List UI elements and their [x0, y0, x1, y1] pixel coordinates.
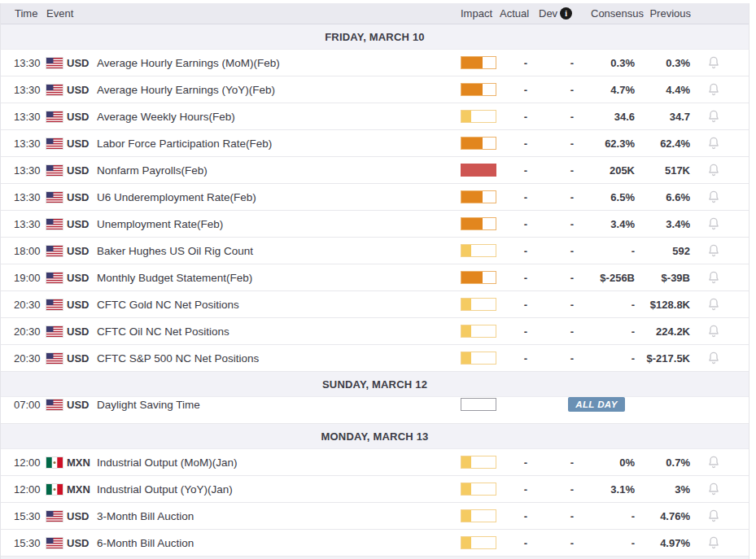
actual-value: - — [498, 456, 553, 469]
alert-bell-icon[interactable] — [695, 351, 732, 365]
event-row[interactable]: 15:30 USD 3-Month Bill Auction - - - 4.7… — [1, 503, 749, 530]
event-name[interactable]: CFTC Gold NC Net Positions — [97, 299, 459, 311]
impact-cell — [459, 509, 498, 522]
alert-bell-icon[interactable] — [695, 270, 732, 285]
country-flag-icon — [46, 165, 65, 176]
impact-cell — [459, 352, 498, 365]
event-row[interactable]: 13:30 USD Average Weekly Hours(Feb) - - … — [1, 103, 749, 130]
event-name[interactable]: Industrial Output (MoM)(Jan) — [97, 456, 459, 469]
event-name[interactable]: Average Hourly Earnings (MoM)(Feb) — [97, 57, 459, 69]
event-name[interactable]: Daylight Saving Time — [97, 399, 459, 411]
actual-value: - — [498, 84, 553, 96]
event-time: 13:30 — [1, 164, 46, 177]
event-row[interactable]: 12:00 MXN Industrial Output (YoY)(Jan) -… — [1, 476, 749, 503]
impact-meter — [461, 298, 496, 311]
event-name[interactable]: 6-Month Bill Auction — [97, 537, 459, 549]
consensus-value: 34.6 — [591, 111, 640, 123]
country-flag-icon — [46, 246, 65, 256]
actual-value: - — [498, 510, 553, 522]
info-icon[interactable]: i — [560, 7, 572, 20]
event-time: 19:00 — [1, 272, 46, 284]
actual-value: - — [498, 245, 553, 257]
column-header-dev: Dev i — [539, 7, 591, 20]
previous-value: 0.3% — [640, 57, 695, 69]
event-row[interactable]: 20:30 USD CFTC S&P 500 NC Net Positions … — [1, 345, 749, 372]
alert-bell-icon[interactable] — [695, 535, 732, 550]
event-row[interactable]: 13:30 USD Average Hourly Earnings (YoY)(… — [1, 76, 749, 103]
alert-bell-icon[interactable] — [695, 455, 732, 469]
country-flag-icon — [46, 58, 65, 68]
consensus-value: 6.5% — [591, 191, 640, 203]
actual-value: - — [498, 325, 553, 338]
event-name[interactable]: Labor Force Participation Rate(Feb) — [97, 138, 459, 150]
consensus-value: 3.1% — [591, 483, 640, 496]
impact-cell — [459, 325, 498, 338]
country-flag-icon — [46, 273, 65, 283]
country-flag-icon — [46, 400, 65, 410]
event-name[interactable]: Industrial Output (YoY)(Jan) — [97, 483, 459, 496]
previous-value: $128.8K — [640, 299, 695, 311]
impact-meter — [461, 456, 496, 469]
currency-code: USD — [65, 537, 97, 549]
previous-value: $-217.5K — [640, 352, 695, 365]
event-name[interactable]: Unemployment Rate(Feb) — [97, 218, 459, 230]
previous-value: $-39B — [640, 272, 695, 284]
event-row[interactable]: 13:30 USD Nonfarm Payrolls(Feb) - - 205K… — [1, 157, 749, 184]
country-flag-icon — [46, 192, 65, 203]
event-name[interactable]: Nonfarm Payrolls(Feb) — [97, 164, 459, 177]
event-row[interactable]: 13:30 USD Unemployment Rate(Feb) - - 3.4… — [1, 211, 749, 238]
alert-bell-icon[interactable] — [695, 82, 732, 97]
actual-value: - — [498, 57, 553, 69]
actual-value: - — [498, 537, 553, 549]
consensus-value: - — [591, 325, 640, 338]
alert-bell-icon[interactable] — [695, 297, 732, 312]
country-flag-icon — [46, 326, 65, 337]
event-name[interactable]: 3-Month Bill Auction — [97, 510, 459, 522]
alert-bell-icon[interactable] — [695, 163, 732, 177]
deviation-value: - — [553, 537, 591, 549]
event-row[interactable]: 12:00 MXN Industrial Output (MoM)(Jan) -… — [1, 449, 749, 476]
country-flag-icon — [46, 299, 65, 310]
alert-bell-icon[interactable] — [695, 324, 732, 338]
impact-meter-fill — [461, 111, 471, 122]
economic-calendar: Time Event Impact Actual Dev i Consensus… — [0, 3, 749, 559]
event-row[interactable]: 19:00 USD Monthly Budget Statement(Feb) … — [1, 264, 749, 291]
alert-bell-icon[interactable] — [695, 243, 732, 258]
column-header-consensus: Consensus — [591, 7, 640, 20]
impact-meter-fill — [461, 325, 471, 337]
event-time: 13:30 — [1, 84, 46, 96]
event-name[interactable]: Baker Hughes US Oil Rig Count — [97, 245, 459, 257]
alert-bell-icon[interactable] — [695, 55, 732, 70]
event-row[interactable]: 13:30 USD Average Hourly Earnings (MoM)(… — [1, 50, 749, 76]
alert-bell-icon[interactable] — [695, 109, 732, 124]
event-time: 13:30 — [1, 111, 46, 123]
impact-cell — [459, 244, 498, 257]
consensus-value: 62.3% — [591, 138, 640, 150]
event-row[interactable]: 13:30 USD U6 Underemployment Rate(Feb) -… — [1, 184, 749, 211]
event-name[interactable]: Average Hourly Earnings (YoY)(Feb) — [97, 84, 459, 96]
alert-bell-icon[interactable] — [695, 482, 732, 496]
event-name[interactable]: CFTC Oil NC Net Positions — [97, 325, 459, 338]
event-time: 07:00 — [1, 399, 46, 411]
consensus-value: $-256B — [591, 272, 640, 284]
event-name[interactable]: U6 Underemployment Rate(Feb) — [97, 191, 459, 203]
event-row[interactable]: 18:00 USD Baker Hughes US Oil Rig Count … — [1, 238, 749, 264]
event-name[interactable]: Monthly Budget Statement(Feb) — [97, 272, 459, 284]
event-row[interactable]: 15:30 USD 6-Month Bill Auction - - - 4.9… — [1, 530, 749, 557]
alert-bell-icon[interactable] — [695, 216, 732, 231]
alert-bell-icon[interactable] — [695, 190, 732, 204]
impact-cell — [459, 398, 498, 411]
alert-bell-icon[interactable] — [695, 136, 732, 151]
event-time: 12:00 — [1, 456, 46, 469]
event-row[interactable]: 07:00 USD Daylight Saving Time — [1, 397, 749, 424]
consensus-value: 0.3% — [591, 57, 640, 69]
event-name[interactable]: CFTC S&P 500 NC Net Positions — [97, 352, 459, 365]
event-row[interactable]: 13:30 USD Labor Force Participation Rate… — [1, 130, 749, 157]
event-row[interactable]: 20:30 USD CFTC Oil NC Net Positions - - … — [1, 318, 749, 345]
impact-cell — [459, 83, 498, 96]
event-name[interactable]: Average Weekly Hours(Feb) — [97, 111, 459, 123]
event-row[interactable]: 20:30 USD CFTC Gold NC Net Positions - -… — [1, 291, 749, 318]
deviation-value: - — [553, 299, 591, 311]
alert-bell-icon[interactable] — [695, 509, 732, 523]
currency-code: USD — [65, 111, 97, 123]
